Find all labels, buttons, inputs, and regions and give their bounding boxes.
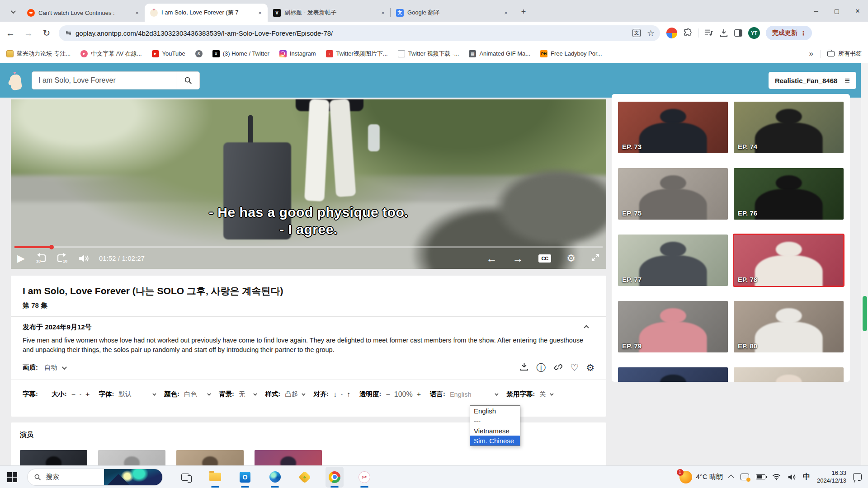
chevron-down-icon[interactable] [62, 364, 67, 369]
site-info-icon[interactable] [66, 32, 71, 34]
language-option[interactable]: --- [470, 416, 520, 426]
notification-center-icon[interactable] [853, 473, 862, 481]
favorite-heart-icon[interactable]: ♡ [570, 363, 579, 372]
bookmark-item[interactable]: Twitter视频图片下... [326, 50, 388, 58]
cast-member-photo[interactable] [176, 450, 244, 465]
cast-screen-icon[interactable] [741, 474, 749, 480]
bookmark-item[interactable]: 蓝光动力论坛-专注... [6, 50, 71, 58]
fullscreen-icon[interactable] [591, 253, 600, 264]
file-explorer-icon[interactable] [206, 467, 224, 488]
media-controls-icon[interactable] [704, 29, 713, 37]
tab-close-icon[interactable]: × [502, 9, 510, 17]
bookmark-item[interactable]: Twitter 视频下载 -... [398, 50, 459, 58]
maximize-button[interactable]: ▢ [826, 0, 847, 22]
align-down-button[interactable]: ↓ [333, 390, 337, 399]
ime-indicator[interactable]: 中 [803, 472, 810, 482]
edge-icon[interactable] [266, 467, 284, 488]
episode-thumbnail[interactable] [618, 367, 728, 382]
browser-tab[interactable]: I am Solo, Love Forever (第 7 × [145, 4, 268, 22]
volume-icon[interactable] [78, 251, 89, 266]
language-option[interactable]: English [470, 406, 520, 416]
chevron-down-icon[interactable] [550, 392, 553, 395]
size-plus-button[interactable]: + [85, 390, 90, 399]
style-select[interactable]: 凸起 [285, 390, 298, 399]
episode-thumbnail[interactable]: EP. 73 [618, 102, 728, 153]
reload-icon[interactable]: ↻ [39, 25, 54, 41]
video-player[interactable]: - He has a good physique too. - I agree.… [11, 99, 606, 269]
back-icon[interactable]: ← [3, 25, 18, 41]
rewind-10-button[interactable]: 10 [35, 251, 47, 266]
bookmark-star-icon[interactable]: ☆ [647, 28, 655, 38]
browser-profile-avatar[interactable]: YT [748, 27, 760, 39]
bookmarks-overflow-icon[interactable]: » [809, 49, 813, 58]
episode-thumbnail[interactable] [734, 367, 844, 382]
episode-thumbnail[interactable]: EP. 76 [734, 168, 844, 220]
episode-thumbnail[interactable]: EP. 80 [734, 301, 844, 352]
profile-theme-icon[interactable] [666, 28, 677, 38]
side-panel-icon[interactable] [734, 29, 742, 37]
background-select[interactable]: 无 [239, 390, 245, 399]
browser-tab[interactable]: Can't watch Love Continues : × [22, 4, 145, 22]
chrome-icon[interactable] [326, 467, 344, 488]
chevron-down-icon[interactable] [152, 392, 156, 395]
wifi-icon[interactable] [772, 474, 781, 480]
opacity-minus-button[interactable]: − [386, 390, 390, 399]
settings-gear-icon[interactable]: ⚙ [586, 363, 594, 372]
extensions-icon[interactable] [683, 28, 692, 38]
site-search-input[interactable] [32, 72, 176, 89]
outlook-icon[interactable]: O [236, 467, 254, 488]
weather-widget[interactable]: 1 4°C 晴朗 [679, 471, 723, 483]
downloads-icon[interactable] [719, 28, 728, 38]
bookmark-item[interactable]: YouTube [152, 50, 185, 57]
translate-icon[interactable]: 文 [632, 29, 641, 37]
color-select[interactable]: 白色 [184, 390, 197, 399]
start-button[interactable] [7, 472, 17, 482]
font-select[interactable]: 默认 [118, 390, 132, 399]
previous-episode-button[interactable]: ← [486, 253, 497, 264]
finger-heart-logo-icon[interactable]: ♥ [7, 68, 25, 93]
cast-member-photo[interactable] [255, 450, 322, 465]
cc-toggle-button[interactable]: CC [538, 254, 551, 263]
cast-member-photo[interactable] [98, 450, 165, 465]
chevron-down-icon[interactable] [254, 392, 257, 395]
bookmark-item[interactable]: 中文字幕 AV 在線... [80, 50, 142, 58]
battery-icon[interactable] [756, 474, 765, 479]
info-icon[interactable]: ⓘ [536, 363, 546, 372]
episode-thumbnail[interactable]: EP. 75 [618, 168, 728, 220]
browser-tab[interactable]: V 副标题 - 发表新帖子 × [268, 4, 391, 22]
bookmark-item[interactable]: PH Free Ladyboy Por... [540, 50, 602, 57]
chevron-down-icon[interactable] [495, 392, 499, 395]
clock[interactable]: 16:33 2024/12/13 [817, 469, 846, 485]
tab-close-icon[interactable]: × [133, 9, 141, 17]
language-option[interactable]: Vietnamese [470, 426, 520, 436]
play-button[interactable]: ▶ [17, 251, 25, 266]
taskbar-search[interactable]: 搜索 [27, 469, 163, 486]
hidden-icons-chevron[interactable] [728, 475, 734, 481]
player-settings-icon[interactable]: ⚙ [566, 253, 576, 263]
tab-close-icon[interactable]: × [379, 9, 387, 17]
tab-search-chevron-icon[interactable] [6, 5, 19, 18]
forward-icon[interactable]: → [21, 25, 36, 41]
bookmark-item[interactable]: Animated GIF Ma... [469, 50, 530, 57]
language-option[interactable]: Sim. Chinese [470, 436, 520, 446]
seek-bar[interactable] [14, 246, 603, 248]
disable-subtitles-select[interactable]: 关 [539, 390, 546, 399]
bookmark-item[interactable]: S [195, 50, 203, 57]
chrome-update-chip[interactable]: 完成更新 ⋮ [766, 26, 812, 40]
episode-thumbnail[interactable]: EP. 78 [734, 235, 844, 286]
quality-select[interactable]: 自动 [44, 363, 57, 372]
app-icon-yellow[interactable] [296, 467, 314, 488]
download-icon[interactable] [519, 362, 529, 373]
all-bookmarks[interactable]: 所有书签 [821, 50, 862, 58]
next-episode-button[interactable]: → [512, 253, 523, 264]
snipping-app-icon[interactable]: ✂ [355, 467, 373, 488]
seek-bar-handle[interactable] [49, 245, 54, 249]
hamburger-menu-icon[interactable]: ≡ [844, 75, 850, 86]
close-button[interactable]: ✕ [847, 0, 868, 22]
page-scrollbar[interactable] [861, 63, 868, 465]
task-view-button[interactable] [176, 467, 194, 488]
url-text[interactable]: goplay.anontpp.com/4b2d31303230343638353… [75, 29, 629, 37]
cast-member-photo[interactable] [20, 450, 87, 465]
new-tab-button[interactable]: + [517, 5, 530, 18]
chevron-down-icon[interactable] [302, 392, 305, 395]
